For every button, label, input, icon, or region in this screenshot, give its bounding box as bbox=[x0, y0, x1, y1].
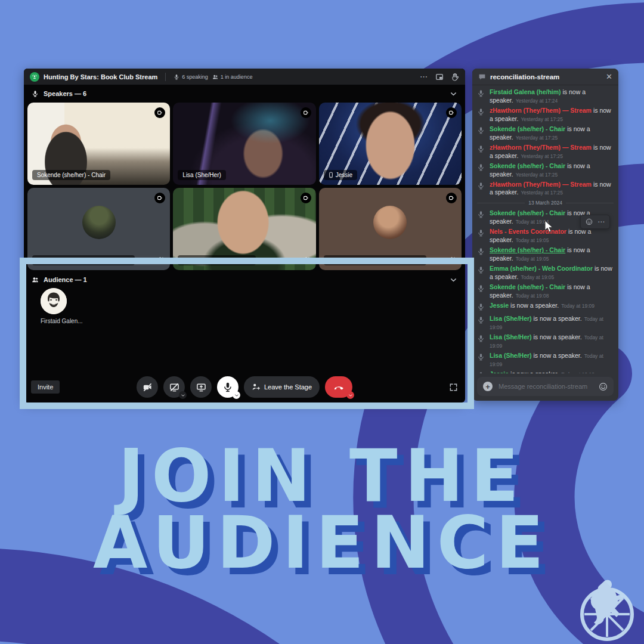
chat-message[interactable]: Sokende (she/her) - Chair is now a speak… bbox=[477, 283, 614, 300]
stage-controls: Invite Leave the Stage bbox=[24, 371, 465, 402]
activity-button[interactable] bbox=[190, 376, 212, 398]
message-timestamp: Today at 19:08 bbox=[516, 293, 549, 299]
message-username[interactable]: Jessie bbox=[490, 370, 509, 373]
chat-message[interactable]: Lisa (She/Her) is now a speaker.Today at… bbox=[477, 352, 614, 369]
banner: JOIN THE AUDIENCE bbox=[0, 442, 644, 576]
banner-line-1: JOIN THE bbox=[0, 442, 644, 510]
message-username[interactable]: Lisa (She/Her) bbox=[490, 315, 532, 322]
audience-section-header[interactable]: Audience — 1 bbox=[24, 271, 465, 288]
message-hover-toolbar: ⋯ bbox=[580, 215, 610, 229]
organization-logo bbox=[574, 577, 640, 644]
disconnect-icon bbox=[333, 382, 345, 393]
speaker-tile[interactable]: Jessie bbox=[319, 103, 462, 185]
chevron-badge bbox=[179, 391, 187, 399]
chat-message[interactable]: zHawthorn (They/Them) — Stream is now a … bbox=[477, 181, 614, 197]
message-username[interactable]: Jessie bbox=[490, 302, 509, 309]
banner-line-2: AUDIENCE bbox=[0, 509, 644, 577]
message-text: is now a speaker. bbox=[510, 370, 559, 373]
message-username[interactable]: Sokende (she/her) - Chair bbox=[490, 125, 565, 132]
speakers-section-header[interactable]: Speakers — 6 bbox=[24, 85, 465, 103]
chevron-down-icon[interactable] bbox=[450, 90, 457, 98]
message-username[interactable]: Nels - Events Coordinator bbox=[490, 228, 566, 235]
speaking-status: 6 speaking bbox=[174, 74, 208, 80]
message-input[interactable] bbox=[497, 382, 594, 391]
speaker-event-icon bbox=[477, 333, 486, 350]
speaker-tile[interactable]: Lisa (She/Her) bbox=[173, 103, 315, 185]
attach-icon[interactable]: + bbox=[483, 382, 493, 391]
chat-message[interactable]: Sokende (she/her) - Chair is now a speak… bbox=[477, 162, 614, 179]
speaker-tile[interactable]: Nels - Events Coordinator bbox=[173, 188, 315, 270]
video-badge-icon bbox=[301, 107, 311, 118]
avatar bbox=[82, 206, 116, 239]
message-text: is now a speaker. bbox=[534, 333, 582, 340]
message-timestamp: Today at 19:12 bbox=[561, 371, 595, 373]
message-username[interactable]: zHawthorn (They/Them) — Stream bbox=[490, 107, 592, 114]
speaker-event-icon bbox=[477, 181, 486, 197]
message-username[interactable]: Sokende (she/her) - Chair bbox=[490, 209, 565, 216]
close-icon[interactable]: ✕ bbox=[606, 72, 612, 81]
screen-off-icon bbox=[169, 382, 179, 392]
chat-message[interactable]: Firstaid Galena (he/him) is now a speake… bbox=[477, 88, 614, 105]
picture-in-picture-icon[interactable] bbox=[435, 73, 444, 81]
speaker-event-icon bbox=[477, 302, 486, 313]
speaker-event-icon bbox=[477, 265, 486, 281]
more-options-icon[interactable]: ⋯ bbox=[420, 73, 428, 80]
chat-bubble-icon bbox=[478, 73, 486, 80]
mic-muted-icon bbox=[448, 256, 456, 264]
speaker-tile[interactable]: Sokende (she/her) - Chair bbox=[27, 103, 170, 185]
chat-message[interactable]: Lisa (She/Her) is now a speaker.Today at… bbox=[477, 315, 614, 332]
speaker-event-icon bbox=[477, 315, 486, 332]
invite-button[interactable]: Invite bbox=[31, 380, 60, 394]
chat-message[interactable]: Jessie is now a speaker.Today at 19:12 bbox=[477, 370, 614, 373]
fullscreen-icon[interactable] bbox=[449, 383, 458, 392]
video-badge-icon bbox=[446, 193, 457, 203]
chat-title: reconciliation-stream bbox=[490, 73, 602, 80]
chat-message[interactable]: Sokende (she/her) - Chair is now a speak… bbox=[477, 246, 614, 263]
message-username[interactable]: Sokende (she/her) - Chair bbox=[490, 162, 565, 169]
microphone-button[interactable] bbox=[217, 376, 239, 398]
message-username[interactable]: Sokende (she/her) - Chair bbox=[490, 246, 565, 253]
emoji-picker-icon[interactable] bbox=[599, 382, 608, 391]
audience-member[interactable]: Firstaid Galen... bbox=[41, 288, 94, 324]
chat-message[interactable]: zHawthorn (They/Them) — Stream is now a … bbox=[477, 144, 614, 160]
screen-share-off-button[interactable] bbox=[163, 376, 185, 398]
message-timestamp: Today at 19:05 bbox=[521, 274, 554, 280]
leave-stage-button[interactable]: Leave the Stage bbox=[244, 376, 320, 398]
raise-hand-icon[interactable] bbox=[451, 73, 459, 81]
chat-message[interactable]: zHawthorn (They/Them) — Stream is now a … bbox=[477, 107, 614, 123]
audience-icon bbox=[212, 74, 218, 80]
chat-input-bar: + bbox=[477, 377, 614, 396]
message-username[interactable]: zHawthorn (They/Them) — Stream bbox=[490, 144, 592, 151]
share-activity-icon bbox=[196, 382, 206, 392]
message-timestamp: Yesterday at 17:25 bbox=[516, 135, 558, 141]
chat-message[interactable]: Sokende (she/her) - Chair is now a speak… bbox=[477, 125, 614, 142]
chevron-down-icon[interactable] bbox=[450, 276, 457, 284]
divider bbox=[165, 73, 166, 81]
message-timestamp: Yesterday at 17:24 bbox=[516, 98, 558, 104]
speaker-tile[interactable]: Emma (she/her) - Web Coordinator bbox=[319, 188, 462, 270]
message-username[interactable]: Firstaid Galena (he/him) bbox=[490, 88, 561, 95]
message-more-icon[interactable]: ⋯ bbox=[597, 218, 605, 225]
camera-off-button[interactable] bbox=[137, 376, 158, 398]
disconnect-button[interactable] bbox=[325, 376, 352, 398]
speaker-tile[interactable]: zHawthorn (They/Them) — Stream bbox=[27, 188, 170, 270]
chevron-badge bbox=[346, 391, 354, 399]
avatar bbox=[41, 288, 67, 314]
chat-message[interactable]: Lisa (She/Her) is now a speaker.Today at… bbox=[477, 333, 614, 350]
avatar bbox=[373, 206, 407, 239]
speaker-event-icon bbox=[477, 107, 486, 123]
message-username[interactable]: Sokende (she/her) - Chair bbox=[490, 283, 565, 290]
video-badge-icon bbox=[301, 193, 311, 203]
speaker-event-icon bbox=[477, 88, 486, 105]
message-username[interactable]: Lisa (She/Her) bbox=[490, 333, 532, 340]
chat-message[interactable]: Jessie is now a speaker.Today at 19:09 bbox=[477, 302, 614, 313]
message-username[interactable]: Lisa (She/Her) bbox=[490, 352, 532, 359]
message-username[interactable]: zHawthorn (They/Them) — Stream bbox=[490, 181, 592, 188]
message-username[interactable]: Emma (she/her) - Web Coordinator bbox=[490, 265, 593, 272]
speakers-header-label: Speakers — 6 bbox=[44, 90, 86, 97]
speaker-event-icon bbox=[477, 162, 486, 179]
chat-message[interactable]: Emma (she/her) - Web Coordinator is now … bbox=[477, 265, 614, 281]
speaker-event-icon bbox=[477, 209, 486, 226]
speaker-event-icon bbox=[477, 352, 486, 369]
add-reaction-icon[interactable] bbox=[586, 218, 593, 225]
